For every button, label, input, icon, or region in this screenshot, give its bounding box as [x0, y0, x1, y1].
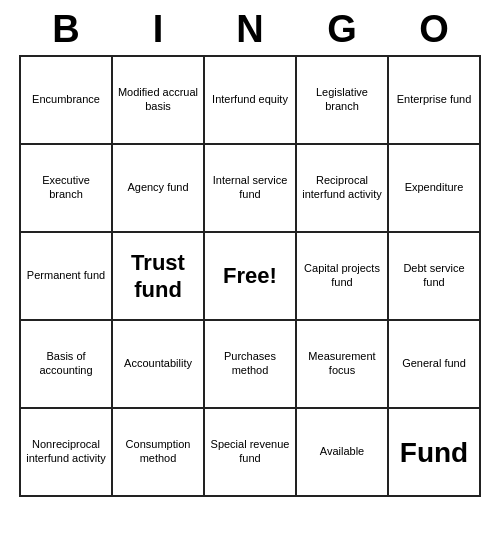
bingo-cell-15: Basis of accounting	[21, 321, 113, 409]
bingo-cell-2: Interfund equity	[205, 57, 297, 145]
bingo-cell-19: General fund	[389, 321, 481, 409]
bingo-letter-G: G	[296, 8, 388, 51]
bingo-cell-16: Accountability	[113, 321, 205, 409]
bingo-letter-N: N	[204, 8, 296, 51]
bingo-letter-O: O	[388, 8, 480, 51]
bingo-letter-B: B	[20, 8, 112, 51]
bingo-cell-7: Internal service fund	[205, 145, 297, 233]
bingo-cell-4: Enterprise fund	[389, 57, 481, 145]
bingo-cell-13: Capital projects fund	[297, 233, 389, 321]
bingo-cell-10: Permanent fund	[21, 233, 113, 321]
bingo-cell-12: Free!	[205, 233, 297, 321]
bingo-cell-0: Encumbrance	[21, 57, 113, 145]
bingo-cell-1: Modified accrual basis	[113, 57, 205, 145]
bingo-cell-21: Consumption method	[113, 409, 205, 497]
bingo-cell-14: Debt service fund	[389, 233, 481, 321]
bingo-cell-20: Nonreciprocal interfund activity	[21, 409, 113, 497]
bingo-cell-17: Purchases method	[205, 321, 297, 409]
bingo-cell-18: Measurement focus	[297, 321, 389, 409]
bingo-cell-3: Legislative branch	[297, 57, 389, 145]
bingo-cell-11: Trust fund	[113, 233, 205, 321]
bingo-cell-5: Executive branch	[21, 145, 113, 233]
bingo-cell-8: Reciprocal interfund activity	[297, 145, 389, 233]
bingo-header: BINGO	[20, 0, 480, 55]
bingo-cell-24: Fund	[389, 409, 481, 497]
bingo-cell-23: Available	[297, 409, 389, 497]
bingo-cell-6: Agency fund	[113, 145, 205, 233]
bingo-letter-I: I	[112, 8, 204, 51]
bingo-grid: EncumbranceModified accrual basisInterfu…	[19, 55, 481, 497]
bingo-cell-9: Expenditure	[389, 145, 481, 233]
bingo-cell-22: Special revenue fund	[205, 409, 297, 497]
